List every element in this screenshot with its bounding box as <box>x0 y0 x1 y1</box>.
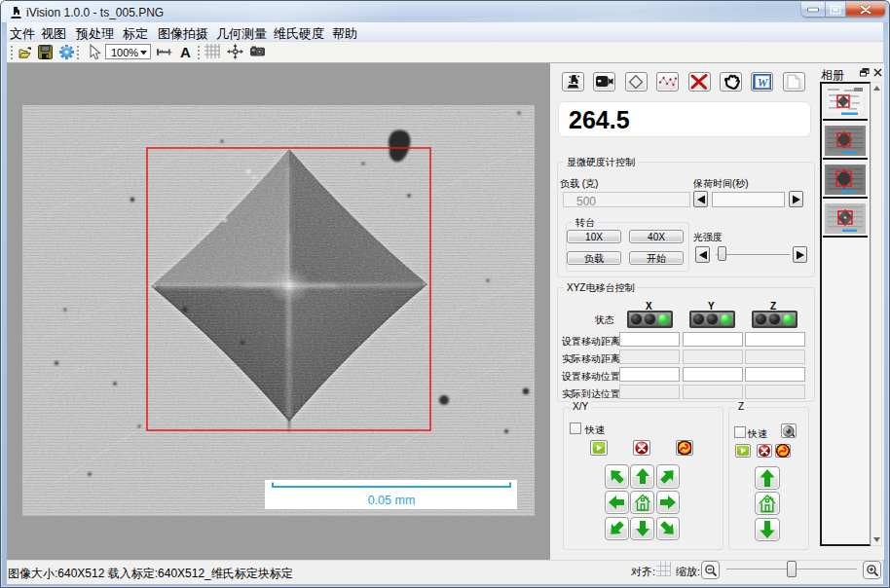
svg-text:W: W <box>758 76 769 90</box>
svg-text:0.05 mm: 0.05 mm <box>368 494 416 507</box>
